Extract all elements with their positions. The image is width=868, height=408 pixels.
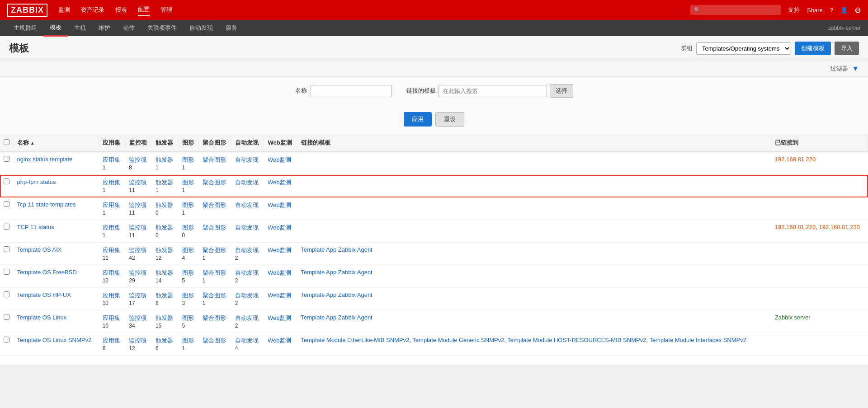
col-graphs[interactable]: 图形: [179, 134, 199, 152]
share-link[interactable]: Share: [807, 7, 823, 14]
create-template-button[interactable]: 创建模板: [795, 42, 831, 55]
row-checkbox[interactable]: [4, 337, 9, 342]
template-name-link[interactable]: Template OS AIX: [17, 246, 62, 253]
triggers-link[interactable]: 触发器: [156, 269, 175, 277]
triggers-link[interactable]: 触发器: [156, 178, 175, 187]
discovery-link[interactable]: 自动发现: [235, 337, 260, 345]
items-link[interactable]: 监控项: [129, 291, 148, 300]
template-name-link[interactable]: Template OS HP-UX: [17, 291, 71, 298]
discovery-link[interactable]: 自动发现: [235, 246, 260, 254]
row-checkbox[interactable]: [4, 224, 9, 230]
screens-link[interactable]: 聚合图形: [203, 291, 228, 300]
screens-link[interactable]: 聚合图形: [203, 224, 228, 232]
discovery-link[interactable]: 自动发现: [235, 201, 260, 209]
apps-link[interactable]: 应用集: [103, 314, 122, 322]
discovery-link[interactable]: 自动发现: [235, 291, 260, 300]
logout-icon[interactable]: ⏻: [855, 7, 861, 14]
screens-link[interactable]: 聚合图形: [203, 246, 228, 254]
template-name-link[interactable]: Tcp 11 state templates: [17, 201, 76, 208]
nav-monitor[interactable]: 监测: [58, 4, 70, 16]
subnav-services[interactable]: 服务: [219, 20, 244, 36]
web-link[interactable]: Web监测: [268, 337, 292, 344]
reset-button[interactable]: 重设: [435, 112, 464, 127]
group-select[interactable]: Templates/Operating systems: [696, 42, 791, 55]
graphs-link[interactable]: 图形: [182, 337, 195, 345]
triggers-link[interactable]: 触发器: [156, 337, 175, 345]
items-link[interactable]: 监控项: [129, 269, 148, 277]
subnav-host[interactable]: 主机: [68, 20, 92, 36]
support-link[interactable]: 支持: [788, 6, 800, 14]
graphs-link[interactable]: 图形: [182, 269, 195, 277]
apps-link[interactable]: 应用集: [103, 269, 122, 277]
linked-template-link[interactable]: Template App Zabbix Agent: [301, 246, 372, 253]
select-all-checkbox[interactable]: [4, 139, 9, 145]
items-link[interactable]: 监控项: [129, 337, 148, 345]
triggers-link[interactable]: 触发器: [156, 246, 175, 254]
col-linked-templates[interactable]: 链接的模板: [297, 134, 771, 152]
import-button[interactable]: 导入: [835, 42, 859, 55]
screens-link[interactable]: 聚合图形: [203, 269, 228, 277]
col-discovery[interactable]: 自动发现: [231, 134, 264, 152]
name-filter-input[interactable]: [311, 85, 392, 97]
row-checkbox-cell[interactable]: [0, 333, 14, 356]
col-apps[interactable]: 应用集: [99, 134, 126, 152]
row-checkbox[interactable]: [4, 156, 9, 162]
graphs-link[interactable]: 图形: [182, 156, 195, 164]
select-button[interactable]: 选择: [550, 84, 573, 98]
col-name[interactable]: 名称: [14, 134, 99, 152]
items-link[interactable]: 监控项: [129, 201, 148, 209]
help-link[interactable]: ?: [830, 7, 833, 14]
nav-report[interactable]: 报表: [115, 4, 127, 16]
triggers-link[interactable]: 触发器: [156, 156, 175, 164]
row-checkbox-cell[interactable]: [0, 288, 14, 310]
row-checkbox[interactable]: [4, 178, 9, 184]
web-link[interactable]: Web监测: [268, 314, 292, 321]
row-checkbox[interactable]: [4, 314, 9, 320]
discovery-link[interactable]: 自动发现: [235, 156, 260, 164]
col-screens[interactable]: 聚合图形: [199, 134, 231, 152]
screens-link[interactable]: 聚合图形: [203, 314, 228, 322]
screens-link[interactable]: 聚合图形: [203, 156, 228, 164]
items-link[interactable]: 监控项: [129, 314, 148, 322]
web-link[interactable]: Web监测: [268, 179, 292, 186]
linked-template-link[interactable]: Template Module HOST-RESOURCES-MIB SNMPv…: [507, 337, 646, 343]
template-name-link[interactable]: Template OS FreeBSD: [17, 269, 77, 276]
items-link[interactable]: 监控项: [129, 224, 148, 232]
col-web[interactable]: Web监测: [264, 134, 297, 152]
screens-link[interactable]: 聚合图形: [203, 201, 228, 209]
filter-icon[interactable]: ▼: [852, 65, 859, 73]
linked-template-link[interactable]: Template App Zabbix Agent: [301, 314, 372, 321]
row-checkbox[interactable]: [4, 201, 9, 207]
apps-link[interactable]: 应用集: [103, 337, 122, 345]
linked-template-link[interactable]: Template App Zabbix Agent: [301, 291, 372, 298]
subnav-actions[interactable]: 动作: [117, 20, 141, 36]
col-items[interactable]: 监控项: [125, 134, 152, 152]
triggers-link[interactable]: 触发器: [156, 224, 175, 232]
web-link[interactable]: Web监测: [268, 202, 292, 208]
discovery-link[interactable]: 自动发现: [235, 224, 260, 232]
row-checkbox[interactable]: [4, 291, 9, 297]
linked-template-link[interactable]: Template Module EtherLike-MIB SNMPv2: [301, 337, 409, 343]
screens-link[interactable]: 聚合图形: [203, 178, 228, 187]
template-name-link[interactable]: Template OS Linux: [17, 314, 67, 321]
apps-link[interactable]: 应用集: [103, 178, 122, 187]
subnav-maintenance[interactable]: 维护: [92, 20, 117, 36]
web-link[interactable]: Web监测: [268, 224, 292, 231]
template-name-link[interactable]: nginx status template: [17, 156, 73, 163]
triggers-link[interactable]: 触发器: [156, 291, 175, 300]
row-checkbox-cell[interactable]: [0, 152, 14, 175]
apps-link[interactable]: 应用集: [103, 246, 122, 254]
graphs-link[interactable]: 图形: [182, 291, 195, 300]
triggers-link[interactable]: 触发器: [156, 201, 175, 209]
template-name-link[interactable]: TCP 11 status: [17, 224, 54, 230]
subnav-template[interactable]: 模板: [43, 20, 68, 37]
row-checkbox[interactable]: [4, 269, 9, 275]
apps-link[interactable]: 应用集: [103, 156, 122, 164]
items-link[interactable]: 监控项: [129, 156, 148, 164]
zabbix-logo[interactable]: ZABBIX: [7, 4, 47, 17]
discovery-link[interactable]: 自动发现: [235, 178, 260, 187]
subnav-hostgroup[interactable]: 主机群组: [7, 20, 43, 36]
graphs-link[interactable]: 图形: [182, 178, 195, 187]
apply-button[interactable]: 应用: [404, 112, 432, 127]
screens-link[interactable]: 聚合图形: [203, 337, 228, 345]
